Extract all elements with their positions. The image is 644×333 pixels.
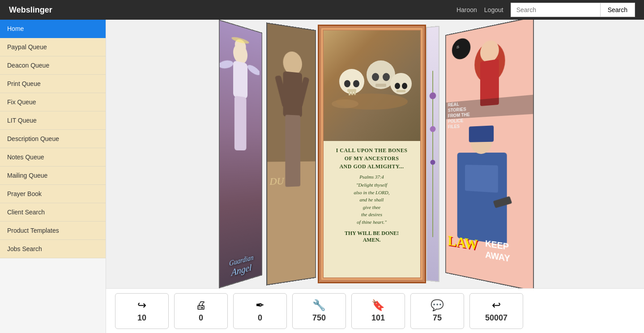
sidebar-item-client-search[interactable]: Client Search (0, 203, 106, 222)
book-verse: "Delight thyselfalso in the LORD,and he … (336, 181, 408, 226)
action-count-4: 101 (371, 313, 385, 323)
book-center-title: I CALL UPON THE BONESOF MY ANCESTORSAND … (336, 146, 408, 171)
svg-point-27 (395, 83, 400, 89)
svg-point-34 (430, 126, 435, 132)
sidebar-item-mailing-queue[interactable]: Mailing Queue (0, 166, 106, 185)
sidebar-item-print-queue[interactable]: Print Queue (0, 75, 106, 93)
action-card-0[interactable]: ↪ 10 (115, 293, 169, 329)
book-right-near (426, 26, 439, 282)
svg-point-4 (246, 63, 259, 77)
svg-point-35 (430, 160, 435, 165)
flower-icon (427, 64, 439, 244)
print-icon: 🖨 (196, 299, 206, 312)
bottom-action-bar: ↪ 10 🖨 0 ✒ 0 🔧 750 🔖 101 💬 75 (106, 288, 644, 333)
action-card-3[interactable]: 🔧 750 (292, 293, 346, 329)
sidebar-item-paypal-queue[interactable]: Paypal Queue (0, 38, 106, 56)
svg-text:POLICE: POLICE (448, 118, 463, 124)
svg-rect-19 (349, 92, 350, 95)
angel-figure-icon (219, 21, 259, 200)
svg-point-31 (332, 99, 358, 108)
action-count-2: 0 (258, 313, 262, 323)
book-center-text: I CALL UPON THE BONESOF MY ANCESTORSAND … (328, 141, 416, 249)
sidebar-item-notes-queue[interactable]: Notes Queue (0, 148, 106, 166)
sidebar-item-description-queue[interactable]: Description Queue (0, 130, 106, 148)
book-psalm-ref: Psalms 37:4 (336, 174, 408, 179)
return-icon: ↩ (492, 299, 501, 312)
svg-rect-51 (469, 125, 493, 142)
skulls-icon (327, 57, 417, 111)
action-count-3: 750 (312, 313, 326, 323)
sidebar: Home Paypal Queue Deacon Queue Print Que… (0, 20, 106, 333)
sidebar-item-lit-queue[interactable]: LIT Queue (0, 111, 106, 130)
action-count-5: 75 (433, 313, 442, 323)
action-count-1: 0 (199, 313, 203, 323)
svg-text:FILES: FILES (448, 124, 459, 129)
book-prayer: Thy Will Be Done!Amen. (336, 230, 408, 243)
skulls-area (319, 26, 425, 141)
search-input[interactable] (511, 3, 600, 17)
svg-point-16 (344, 80, 350, 87)
svg-point-23 (372, 73, 379, 81)
sidebar-item-prayer-book[interactable]: Prayer Book (0, 185, 106, 203)
main-layout: Home Paypal Queue Deacon Queue Print Que… (0, 20, 644, 333)
header-username: Haroon (456, 6, 477, 13)
app-logo: Webslinger (9, 5, 52, 15)
action-count-0: 10 (137, 313, 146, 323)
book-left-far: Guardian Angel (218, 20, 262, 288)
action-card-6[interactable]: ↩ 50007 (469, 293, 523, 329)
main-content: Guardian Angel DU (106, 20, 644, 333)
svg-point-28 (402, 83, 407, 89)
svg-point-3 (219, 60, 234, 70)
book-center: I CALL UPON THE BONESOF MY ANCESTORSAND … (318, 25, 426, 283)
action-count-6: 50007 (485, 313, 508, 323)
svg-rect-50 (465, 165, 498, 192)
search-button[interactable]: Search (600, 3, 635, 17)
header-search-area: Search (511, 3, 635, 17)
book-right-far: ⚖ REAL STORIES FROM THE POLICE FILES (445, 20, 533, 288)
svg-rect-10 (283, 71, 302, 117)
svg-rect-29 (397, 90, 405, 92)
action-card-1[interactable]: 🖨 0 (174, 293, 228, 329)
action-card-5[interactable]: 💬 75 (410, 293, 464, 329)
bookmark-icon: 🔖 (371, 299, 385, 312)
svg-rect-1 (233, 60, 247, 99)
sidebar-item-jobs-search[interactable]: Jobs Search (0, 240, 106, 258)
pen-icon: ✒ (256, 299, 264, 312)
svg-rect-5 (234, 96, 246, 150)
sidebar-item-deacon-queue[interactable]: Deacon Queue (0, 56, 106, 75)
action-card-2[interactable]: ✒ 0 (233, 293, 287, 329)
svg-text:DU: DU (269, 175, 285, 187)
wrench-icon: 🔧 (312, 299, 326, 312)
comic-cover-icon: ⚖ REAL STORIES FROM THE POLICE FILES (446, 20, 534, 288)
book-display-area: Guardian Angel DU (106, 20, 644, 288)
svg-point-17 (353, 80, 359, 87)
svg-point-24 (383, 73, 390, 81)
chat-icon: 💬 (431, 299, 444, 312)
angel-book-title: Guardian Angel (229, 254, 253, 279)
svg-rect-11 (285, 115, 300, 187)
books-container: Guardian Angel DU (217, 20, 533, 288)
header: Webslinger Haroon Logout Search (0, 0, 644, 20)
sidebar-item-home[interactable]: Home (0, 20, 106, 38)
header-right: Haroon Logout Search (456, 3, 635, 17)
svg-text:⚖: ⚖ (456, 45, 459, 49)
logout-button[interactable]: Logout (484, 6, 503, 13)
svg-text:REAL: REAL (448, 102, 459, 107)
reply-icon: ↪ (137, 299, 146, 312)
figure-icon: DU (267, 24, 316, 286)
sidebar-item-product-templates[interactable]: Product Templates (0, 222, 106, 240)
svg-rect-18 (347, 89, 356, 92)
sidebar-item-fix-queue[interactable]: Fix Queue (0, 93, 106, 111)
svg-rect-25 (375, 84, 386, 87)
action-card-4[interactable]: 🔖 101 (351, 293, 405, 329)
book-left-near: DU (266, 22, 316, 285)
svg-point-33 (429, 92, 436, 99)
